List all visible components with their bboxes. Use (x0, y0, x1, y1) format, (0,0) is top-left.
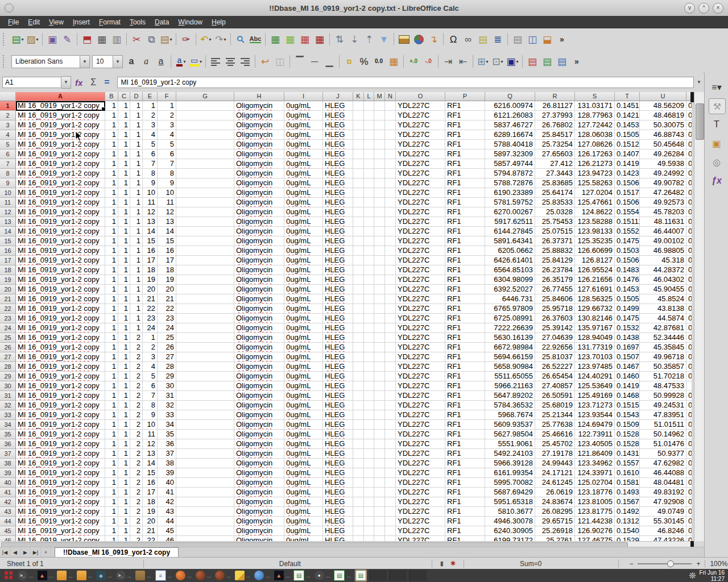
cell[interactable]: 122.73911 (575, 430, 615, 439)
row-header-29[interactable]: 29 (0, 372, 16, 381)
cell[interactable]: 0ug/mL (284, 372, 323, 381)
cell[interactable]: 6765.97809 (485, 304, 535, 314)
cell[interactable]: HLEG (323, 159, 353, 169)
taskbar-item-firefox-3[interactable]: ... (215, 571, 231, 580)
cell[interactable]: HLEG (323, 217, 353, 227)
cell[interactable]: 11 (143, 198, 158, 207)
column-header-R[interactable]: R (535, 92, 575, 101)
cell[interactable]: RF1 (445, 275, 485, 285)
taskbar-item-terminal-1[interactable]: >_... (18, 571, 34, 580)
cell[interactable]: YDL227C (396, 401, 445, 410)
cell[interactable]: 1 (105, 459, 118, 468)
cell[interactable] (353, 314, 364, 323)
cell[interactable]: MI 16_0919_yor1-2 copy (16, 169, 105, 178)
cell[interactable] (374, 507, 385, 517)
cell[interactable]: 0.14312 (615, 449, 640, 459)
cell[interactable] (385, 256, 396, 265)
cell[interactable]: 0ug/mL (284, 101, 323, 111)
cell[interactable]: 0ug/mL (284, 159, 323, 169)
vertical-scrollbar-thumb[interactable] (696, 103, 704, 140)
cell[interactable]: 1 (105, 517, 118, 526)
cell[interactable]: 0ug/mL (284, 507, 323, 517)
cell[interactable]: 1 (130, 323, 143, 333)
cell[interactable]: MI 16_0919_yor1-2 copy (16, 198, 105, 207)
cell[interactable]: YDL227C (396, 217, 445, 227)
cell[interactable]: 16 (158, 246, 176, 256)
cell[interactable]: 0.15571 (615, 459, 640, 468)
cell[interactable]: 0ug/mL (284, 488, 323, 497)
cell[interactable]: 0ug/mL (284, 236, 323, 246)
cell[interactable] (374, 343, 385, 352)
cell[interactable]: MI 16_0919_yor1-2 copy (16, 101, 105, 111)
cell[interactable]: 1 (105, 149, 118, 159)
row-header-17[interactable]: 17 (0, 256, 16, 265)
cell[interactable]: 0ug/mL (284, 517, 323, 526)
cell[interactable]: 1 (118, 478, 130, 488)
cell[interactable] (374, 439, 385, 449)
cell[interactable]: 1 (105, 178, 118, 188)
cell[interactable] (176, 420, 234, 430)
row-header-28[interactable]: 28 (0, 362, 16, 372)
cell[interactable]: HLEG (323, 285, 353, 294)
cell[interactable]: MI 16_0919_yor1-2 copy (16, 420, 105, 430)
cell[interactable]: 0.15282 (615, 430, 640, 439)
cell[interactable]: Oligomycin (234, 526, 284, 536)
cell[interactable]: 1 (105, 236, 118, 246)
cell[interactable] (364, 275, 374, 285)
cell[interactable]: RF1 (445, 362, 485, 372)
cell[interactable] (385, 159, 396, 169)
cell[interactable]: 0. (686, 149, 692, 159)
cell[interactable] (364, 488, 374, 497)
cell[interactable]: 123.81775 (575, 507, 615, 517)
column-header-G[interactable]: G (176, 92, 234, 101)
cell[interactable] (374, 362, 385, 372)
cell[interactable] (353, 140, 364, 149)
conditional-formatting-button[interactable]: ▤ (526, 54, 539, 69)
cell[interactable]: 1 (118, 236, 130, 246)
cell[interactable]: 1 (105, 430, 118, 439)
cell[interactable]: Oligomycin (234, 120, 284, 130)
cell[interactable]: 126.21273 (575, 159, 615, 169)
cell[interactable]: 20 (158, 285, 176, 294)
cell[interactable] (364, 478, 374, 488)
cell[interactable]: RF1 (445, 381, 485, 391)
cell[interactable]: RF1 (445, 507, 485, 517)
cell[interactable]: 0. (686, 101, 692, 111)
cell[interactable]: 0ug/mL (284, 391, 323, 401)
previous-sheet-button[interactable]: ◀ (10, 547, 20, 558)
cell[interactable]: 1 (118, 198, 130, 207)
taskbar-item-image-viewer[interactable]: ... (235, 571, 251, 580)
cell[interactable]: 13 (143, 449, 158, 459)
cell[interactable]: 0. (686, 304, 692, 314)
cell[interactable]: Oligomycin (234, 304, 284, 314)
cell[interactable] (374, 159, 385, 169)
cell[interactable]: 123.93544 (575, 410, 615, 420)
cell[interactable]: HLEG (323, 275, 353, 285)
cell[interactable]: HLEG (323, 256, 353, 265)
cell[interactable]: 51.01511 (640, 420, 686, 430)
cell[interactable]: 0ug/mL (284, 178, 323, 188)
cell[interactable] (364, 236, 374, 246)
cell[interactable]: 30 (158, 381, 176, 391)
cell[interactable]: 49.26284 (640, 149, 686, 159)
borders-button[interactable]: ⊞▾ (476, 54, 490, 69)
cell[interactable]: 22 (143, 304, 158, 314)
cell[interactable]: Oligomycin (234, 198, 284, 207)
cell[interactable]: YDL227C (396, 227, 445, 236)
cell[interactable]: MI 16_0919_yor1-2 copy (16, 130, 105, 140)
cell[interactable]: 13 (143, 217, 158, 227)
cell[interactable]: 1 (130, 120, 143, 130)
cell[interactable]: RF1 (445, 265, 485, 275)
taskbar-item-calc-2[interactable]: ▤... (334, 570, 351, 581)
cell[interactable] (374, 140, 385, 149)
cell[interactable] (385, 420, 396, 430)
cell[interactable]: 125.58263 (575, 178, 615, 188)
cell[interactable]: 1 (105, 246, 118, 256)
increase-indent-button[interactable]: ⇥ (441, 54, 455, 69)
headers-footers-button[interactable]: ≣ (491, 32, 504, 47)
print-button[interactable]: ▦ (95, 32, 109, 47)
cell[interactable]: 5658.90984 (485, 362, 535, 372)
cell[interactable]: 5781.59752 (485, 198, 535, 207)
new-dropdown-icon[interactable]: ▾ (22, 37, 24, 42)
cell[interactable]: MI 16_0919_yor1-2 copy (16, 265, 105, 275)
